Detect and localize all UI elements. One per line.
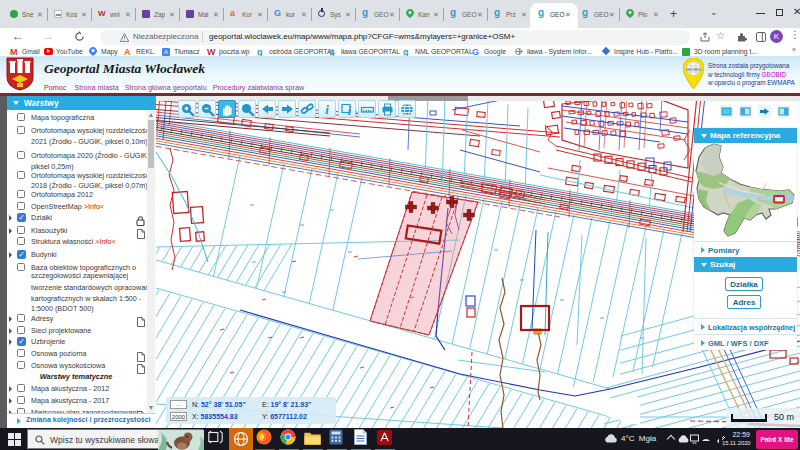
- svg-text:GEOBID: GEOBID: [686, 67, 702, 72]
- svg-text:i: i: [348, 104, 352, 118]
- svg-text:i: i: [325, 102, 329, 117]
